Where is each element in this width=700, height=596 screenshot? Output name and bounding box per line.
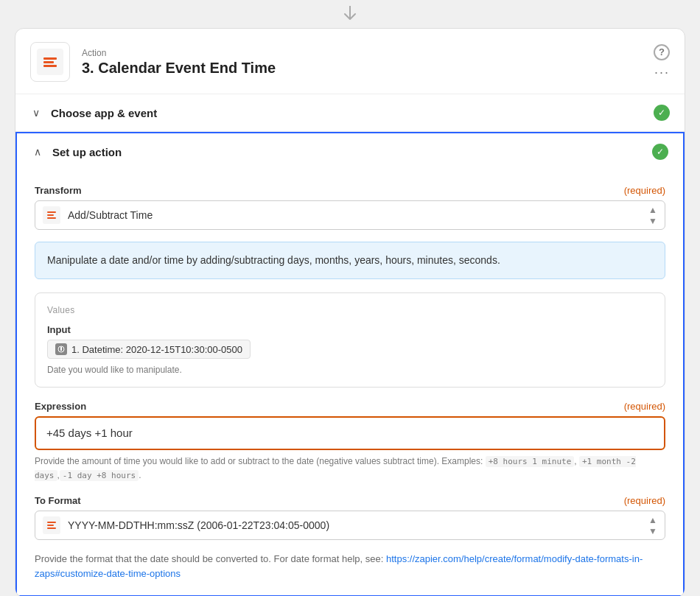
- input-label: Input: [47, 324, 653, 335]
- select-arrows-icon: ▲ ▼: [648, 205, 657, 226]
- expression-required: (required): [624, 401, 665, 412]
- values-section: Values Input 1. Datetime: 2020-12-15T10:…: [35, 292, 665, 388]
- setup-body: Transform (required) Add/Subtract Time ▲: [17, 170, 683, 595]
- transform-select[interactable]: Add/Subtract Time ▲ ▼: [35, 200, 665, 230]
- expression-label-row: Expression (required): [35, 401, 665, 412]
- setup-action-section-border: ∧ Set up action ✓ Transform (required): [15, 132, 685, 596]
- header-title: 3. Calendar Event End Time: [82, 60, 654, 77]
- info-box: Manipulate a date and/or time by adding/…: [35, 242, 665, 279]
- chevron-down-icon: ∨: [30, 107, 42, 119]
- to-format-label: To Format: [35, 495, 81, 506]
- transform-label: Transform: [35, 185, 82, 196]
- expression-field[interactable]: +45 days +1 hour: [35, 416, 665, 450]
- help-icon[interactable]: ?: [654, 44, 670, 60]
- app-icon-wrap: [30, 42, 70, 82]
- transform-label-row: Transform (required): [35, 185, 665, 196]
- tag-icon: [55, 343, 67, 355]
- card-header: Action 3. Calendar Event End Time ? ···: [15, 29, 685, 94]
- to-format-select[interactable]: YYYY-MM-DDTHH:mm:ssZ (2006-01-22T23:04:0…: [35, 511, 665, 540]
- connector-arrow: [343, 0, 357, 28]
- to-format-zap-icon: [47, 522, 56, 529]
- input-tag: 1. Datetime: 2020-12-15T10:30:00-0500: [47, 340, 251, 359]
- input-help: Date you would like to manipulate.: [47, 365, 653, 375]
- app-icon: [37, 49, 63, 75]
- footer-prefix: Provide the format that the date should …: [35, 553, 383, 564]
- expression-help: Provide the amount of time you would lik…: [35, 455, 665, 482]
- setup-action-complete-icon: ✓: [652, 144, 668, 160]
- transform-value: Add/Subtract Time: [68, 209, 648, 221]
- transform-required: (required): [624, 185, 665, 196]
- page-wrapper: Action 3. Calendar Event End Time ? ··· …: [0, 0, 700, 596]
- expression-value: +45 days +1 hour: [46, 427, 133, 439]
- more-options-icon[interactable]: ···: [654, 65, 670, 80]
- to-format-required: (required): [624, 495, 665, 506]
- to-format-select-icon: [43, 516, 60, 534]
- header-label: Action: [82, 48, 654, 58]
- header-text: Action 3. Calendar Event End Time: [82, 48, 654, 77]
- zapier-icon: [43, 57, 57, 67]
- transform-zap-icon: [47, 211, 56, 219]
- expression-label: Expression: [35, 401, 86, 412]
- info-box-text: Manipulate a date and/or time by adding/…: [47, 254, 500, 266]
- choose-app-label: Choose app & event: [51, 107, 654, 119]
- setup-action-toggle[interactable]: ∧ Set up action ✓: [17, 133, 683, 170]
- values-group-label: Values: [47, 305, 653, 315]
- setup-action-label: Set up action: [52, 146, 652, 158]
- choose-app-complete-icon: ✓: [654, 105, 670, 121]
- to-format-select-arrows-icon: ▲ ▼: [648, 515, 657, 536]
- header-actions: ? ···: [654, 44, 670, 80]
- choose-app-section[interactable]: ∨ Choose app & event ✓: [15, 94, 685, 132]
- footer-text: Provide the format that the date should …: [35, 552, 665, 581]
- chevron-up-icon: ∧: [32, 146, 43, 158]
- input-tag-text: 1. Datetime: 2020-12-15T10:30:00-0500: [71, 344, 242, 355]
- to-format-value: YYYY-MM-DDTHH:mm:ssZ (2006-01-22T23:04:0…: [68, 519, 648, 531]
- svg-rect-1: [60, 347, 62, 351]
- to-format-label-row: To Format (required): [35, 495, 665, 506]
- main-card: Action 3. Calendar Event End Time ? ··· …: [15, 28, 685, 596]
- transform-select-icon: [43, 206, 60, 224]
